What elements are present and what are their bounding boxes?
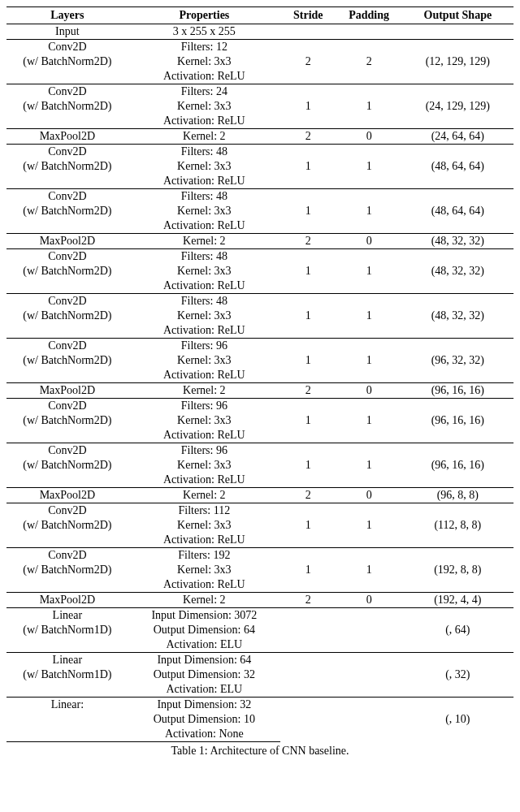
cell-padding: 1 — [336, 249, 402, 294]
cell-prop1: Filters: 12 — [128, 40, 280, 55]
cell-output: (192, 4, 4) — [402, 593, 514, 608]
table-row: Linear:Input Dimension: 32(, 10) — [6, 698, 514, 713]
cell-output: (48, 64, 64) — [402, 145, 514, 189]
cell-output — [402, 24, 514, 40]
cell-layer: MaxPool2D — [6, 383, 128, 399]
cell-layer: Conv2D — [6, 503, 128, 519]
cell-prop2: Kernel: 3x3 — [128, 99, 280, 114]
cell-prop3: Activation: ELU — [128, 682, 280, 698]
cell-output: (12, 129, 129) — [402, 40, 514, 84]
cell-layer: Input — [6, 24, 128, 40]
cell-layer-empty — [6, 428, 128, 443]
cell-padding: 1 — [336, 84, 402, 129]
cell-stride: 2 — [280, 129, 336, 145]
cell-prop3: Activation: ELU — [128, 637, 280, 653]
cell-output: (96, 16, 16) — [402, 383, 514, 399]
cell-layer: MaxPool2D — [6, 234, 128, 249]
header-padding: Padding — [336, 7, 402, 24]
cell-layer-sub — [6, 712, 128, 727]
cell-output: (48, 32, 32) — [402, 249, 514, 294]
table-row: MaxPool2DKernel: 220(48, 32, 32) — [6, 234, 514, 249]
cell-layer-empty — [6, 682, 128, 698]
cell-prop2: Output Dimension: 64 — [128, 623, 280, 637]
header-layers: Layers — [6, 7, 128, 24]
cell-layer: Linear: — [6, 698, 128, 713]
header-output-shape: Output Shape — [402, 7, 514, 24]
cell-padding: 0 — [336, 383, 402, 399]
cell-prop3: Activation: ReLU — [128, 533, 280, 548]
cell-stride: 1 — [280, 84, 336, 129]
cell-padding — [336, 608, 402, 653]
cell-prop3: Activation: None — [128, 727, 280, 742]
cell-stride: 2 — [280, 234, 336, 249]
cell-output: (96, 8, 8) — [402, 488, 514, 503]
cell-prop2: Kernel: 3x3 — [128, 159, 280, 174]
cell-properties: 3 x 255 x 255 — [128, 24, 280, 40]
header-properties: Properties — [128, 7, 280, 24]
cell-layer: Conv2D — [6, 548, 128, 564]
table-row: Conv2DFilters: 11211(112, 8, 8) — [6, 503, 514, 519]
cell-padding: 1 — [336, 548, 402, 593]
cell-stride: 1 — [280, 249, 336, 294]
cell-stride: 1 — [280, 189, 336, 234]
cell-layer-empty — [6, 114, 128, 129]
cell-prop1: Input Dimension: 3072 — [128, 608, 280, 624]
cell-padding: 1 — [336, 189, 402, 234]
cell-padding — [336, 653, 402, 698]
cell-prop1: Input Dimension: 32 — [128, 698, 280, 713]
cell-prop1: Input Dimension: 64 — [128, 653, 280, 668]
cell-layer: MaxPool2D — [6, 129, 128, 145]
cell-output: (, 64) — [402, 608, 514, 653]
cell-layer: Conv2D — [6, 249, 128, 265]
cell-layer-sub: (w/ BatchNorm2D) — [6, 99, 128, 114]
cell-prop2: Output Dimension: 10 — [128, 712, 280, 727]
cell-output: (48, 32, 32) — [402, 294, 514, 339]
table-row: Conv2DFilters: 9611(96, 16, 16) — [6, 443, 514, 459]
cell-stride: 1 — [280, 548, 336, 593]
cell-padding: 1 — [336, 145, 402, 189]
cell-prop3: Activation: ReLU — [128, 218, 280, 234]
cell-output: (192, 8, 8) — [402, 548, 514, 593]
cell-layer-sub: (w/ BatchNorm2D) — [6, 413, 128, 428]
cell-layer: Conv2D — [6, 339, 128, 354]
cell-padding: 1 — [336, 294, 402, 339]
cell-prop1: Filters: 112 — [128, 503, 280, 519]
cell-output: (24, 129, 129) — [402, 84, 514, 129]
cell-layer: Conv2D — [6, 189, 128, 205]
cell-layer-empty — [6, 174, 128, 189]
cell-padding: 0 — [336, 488, 402, 503]
cell-stride: 1 — [280, 294, 336, 339]
cell-layer-sub: (w/ BatchNorm1D) — [6, 623, 128, 637]
cell-layer-sub: (w/ BatchNorm2D) — [6, 309, 128, 323]
cell-padding — [336, 698, 402, 742]
cell-padding — [336, 24, 402, 40]
cell-prop2: Kernel: 3x3 — [128, 204, 280, 218]
cell-output: (96, 16, 16) — [402, 443, 514, 488]
cell-output: (48, 64, 64) — [402, 189, 514, 234]
cell-layer: Conv2D — [6, 399, 128, 414]
cell-layer-sub: (w/ BatchNorm2D) — [6, 458, 128, 473]
cell-prop2: Kernel: 3x3 — [128, 353, 280, 368]
cell-prop2: Kernel: 3x3 — [128, 309, 280, 323]
cell-stride: 2 — [280, 488, 336, 503]
cell-stride — [280, 698, 336, 742]
cell-output: (96, 16, 16) — [402, 399, 514, 443]
cell-output: (, 32) — [402, 653, 514, 698]
table-row: LinearInput Dimension: 64(, 32) — [6, 653, 514, 668]
table-row: Input3 x 255 x 255 — [6, 24, 514, 40]
cell-stride — [280, 608, 336, 653]
cell-layer-sub: (w/ BatchNorm2D) — [6, 518, 128, 533]
cell-stride: 2 — [280, 383, 336, 399]
cell-padding: 1 — [336, 399, 402, 443]
cell-prop2: Kernel: 3x3 — [128, 518, 280, 533]
cell-stride: 2 — [280, 40, 336, 84]
cell-layer: Linear — [6, 608, 128, 624]
table-row: MaxPool2DKernel: 220(96, 8, 8) — [6, 488, 514, 503]
cell-layer: MaxPool2D — [6, 488, 128, 503]
cell-prop2: Kernel: 3x3 — [128, 458, 280, 473]
cell-layer: Conv2D — [6, 294, 128, 309]
cell-prop3: Activation: ReLU — [128, 368, 280, 383]
cell-prop1: Filters: 48 — [128, 294, 280, 309]
cell-layer-empty — [6, 218, 128, 234]
cell-prop1: Filters: 192 — [128, 548, 280, 564]
